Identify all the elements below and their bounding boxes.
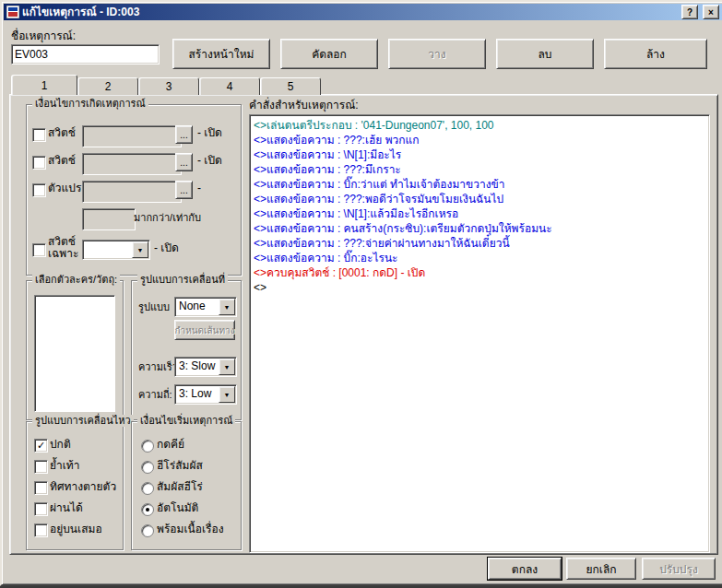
tab-3[interactable]: 3 <box>138 77 199 95</box>
graphic-group-title: เลือกตัวละคร/วัตถุ: <box>32 274 120 286</box>
option-always-on-top-checkbox[interactable] <box>34 523 48 537</box>
close-button[interactable]: × <box>703 5 719 19</box>
option-label: ปกติ <box>50 438 71 452</box>
tab-label: 4 <box>227 80 233 93</box>
variable-browse-button[interactable]: ... <box>175 181 193 199</box>
command-line[interactable]: <>แสดงข้อความ : ???:จ่ายค่าผ่านทางมาให้ฉ… <box>254 236 705 251</box>
dropdown-arrow-icon: ▼ <box>224 392 231 398</box>
switch1-checkbox[interactable] <box>32 128 46 142</box>
command-line[interactable]: <>แสดงข้อความ : บิ๊ก:อะไรนะ <box>254 251 705 265</box>
option-label: ผ่านได้ <box>50 501 83 515</box>
copy-button[interactable]: คัดลอก <box>280 39 378 69</box>
delete-button[interactable]: ลบ <box>496 39 594 69</box>
cancel-button[interactable]: ยกเลิก <box>566 558 636 580</box>
command-line[interactable]: <>แสดงข้อความ : ???:เฮ้ย พวกแก <box>254 133 705 147</box>
commands-list[interactable]: <>เล่นดนตรีประกอบ : '041-Dungeon07', 100… <box>249 114 710 553</box>
movement-speed-dropdown[interactable]: 3: Slow ▼ <box>174 357 237 377</box>
self-switch-checkbox[interactable] <box>32 243 46 257</box>
tab-label: 3 <box>166 80 172 93</box>
compare-value-spinner[interactable] <box>82 208 136 230</box>
command-line[interactable]: <>เล่นดนตรีประกอบ : '041-Dungeon07', 100… <box>254 118 705 133</box>
route-button[interactable]: กำหนดเส้นทาง <box>174 320 235 340</box>
clear-button[interactable]: ล้าง <box>604 39 707 69</box>
command-line[interactable]: <>แสดงข้อความ : คนสร้าง(กระซิบ):เตรียมตั… <box>254 221 705 236</box>
ellipsis-icon: ... <box>180 158 187 168</box>
trigger-label: พร้อมเนื้อเรื่อง <box>157 523 224 536</box>
help-icon: ? <box>687 7 692 18</box>
command-line[interactable]: <> <box>254 280 705 295</box>
option-normal-checkbox[interactable]: ✓ <box>34 439 48 453</box>
new-page-button[interactable]: สร้างหน้าใหม่ <box>172 39 270 69</box>
command-line[interactable]: <>แสดงข้อความ : \N[1]:แล้วมีอะไรอีกเหรอ <box>254 206 705 221</box>
trigger-touch-hero-radio[interactable] <box>141 482 154 495</box>
help-button[interactable]: ? <box>681 5 698 19</box>
apply-button[interactable]: ปรับปรุง <box>642 558 716 580</box>
dropdown-arrow-icon: ▼ <box>224 304 231 311</box>
command-line[interactable]: <>แสดงข้อความ : \N[1]:มีอะไร <box>254 147 705 162</box>
command-line[interactable]: <>แสดงข้อความ : บิ๊ก:ว่าแต่ ทำไมเจ้าต้อง… <box>254 177 705 192</box>
tab-label: 5 <box>288 80 294 93</box>
trigger-autorun-radio[interactable] <box>141 503 154 516</box>
command-line[interactable]: <>ควบคุมสวิตช์ : [0001: กดD] - เปิด <box>254 265 705 280</box>
tab-label: 1 <box>41 79 48 92</box>
close-icon: × <box>708 7 714 18</box>
tab-5[interactable]: 5 <box>260 77 321 95</box>
event-name-input[interactable] <box>11 44 160 65</box>
window-title: แก้ไขเหตุการณ์ - ID:003 <box>22 4 677 20</box>
command-line[interactable]: <>แสดงข้อความ : ???:มึเกราะ <box>254 162 705 177</box>
ok-button[interactable]: ตกลง <box>488 558 562 580</box>
trigger-label: อัตโนมัติ <box>157 501 198 515</box>
conditions-group-title: เงื่อนไขการเกิดเหตุการณ์ <box>32 98 148 110</box>
dropdown-arrow-button[interactable]: ▼ <box>219 386 235 403</box>
dropdown-arrow-button[interactable]: ▼ <box>219 359 235 375</box>
option-label: ทิศทางตายตัว <box>50 480 116 494</box>
movement-speed-value: 3: Slow <box>179 359 215 372</box>
ellipsis-icon: ... <box>180 185 187 195</box>
tab-1[interactable]: 1 <box>11 75 77 95</box>
variable-label: ตัวแปร <box>48 182 81 195</box>
movement-frequency-label: ความถี่: <box>138 388 172 402</box>
option-fixed-direction-checkbox[interactable] <box>34 481 48 495</box>
tab-4[interactable]: 4 <box>199 77 260 95</box>
switch1-label: สวิตช์ <box>48 126 76 140</box>
switch1-value-field[interactable] <box>82 125 182 147</box>
options-group: รูปแบบการเคลื่อนไหว ✓ ปกติ ย้ำเท้า ทิศทา… <box>26 421 124 550</box>
movement-frequency-value: 3: Low <box>179 387 211 400</box>
switch2-checkbox[interactable] <box>32 156 46 170</box>
option-label: ย้ำเท้า <box>50 459 80 473</box>
movement-frequency-dropdown[interactable]: 3: Low ▼ <box>174 384 237 405</box>
trigger-hero-touch-radio[interactable] <box>141 461 154 474</box>
dropdown-arrow-button[interactable]: ▼ <box>132 241 148 258</box>
self-switch-dropdown[interactable]: ▼ <box>82 240 150 260</box>
variable-value-field[interactable] <box>82 181 182 203</box>
switch2-value-field[interactable] <box>82 153 182 175</box>
app-icon[interactable] <box>6 6 19 18</box>
movement-group-title: รูปแบบการเคลื่อนที่ <box>137 274 228 286</box>
title-bar[interactable]: แก้ไขเหตุการณ์ - ID:003 ? × <box>4 4 722 20</box>
switch1-suffix: - เปิด <box>197 126 222 140</box>
dropdown-arrow-button[interactable]: ▼ <box>219 299 235 315</box>
command-line[interactable]: <>แสดงข้อความ : ???:พอดีว่าโจรมันขโมยเงิ… <box>254 192 705 206</box>
trigger-key-radio[interactable] <box>141 440 154 453</box>
switch2-browse-button[interactable]: ... <box>175 153 193 171</box>
self-switch-label: สวิตช์เฉพาะ <box>48 236 78 260</box>
movement-type-label: รูปแบบ <box>138 300 170 314</box>
switch1-browse-button[interactable]: ... <box>175 125 193 144</box>
commands-label: คำสั่งสำหรับเหตุการณ์: <box>249 99 359 112</box>
trigger-parallel-radio[interactable] <box>141 524 154 537</box>
compare-label: มากกว่า/เท่ากับ <box>134 211 201 225</box>
options-group-title: รูปแบบการเคลื่อนไหว <box>32 415 134 427</box>
tab-2[interactable]: 2 <box>77 77 138 95</box>
event-editor-dialog: แก้ไขเหตุการณ์ - ID:003 ? × ชื่อเหตุการณ… <box>0 0 722 586</box>
movement-type-value: None <box>179 300 206 312</box>
paste-button[interactable]: วาง <box>388 39 486 69</box>
tab-label: 2 <box>105 80 112 93</box>
movement-type-dropdown[interactable]: None ▼ <box>174 297 237 317</box>
check-icon: ✓ <box>37 441 45 451</box>
tab-bar: 1 2 3 4 5 <box>11 76 321 95</box>
graphic-selector[interactable] <box>34 295 115 412</box>
variable-checkbox[interactable] <box>32 183 46 197</box>
option-through-checkbox[interactable] <box>34 502 48 516</box>
switch2-suffix: - เปิด <box>197 154 222 168</box>
option-step-checkbox[interactable] <box>34 460 48 474</box>
